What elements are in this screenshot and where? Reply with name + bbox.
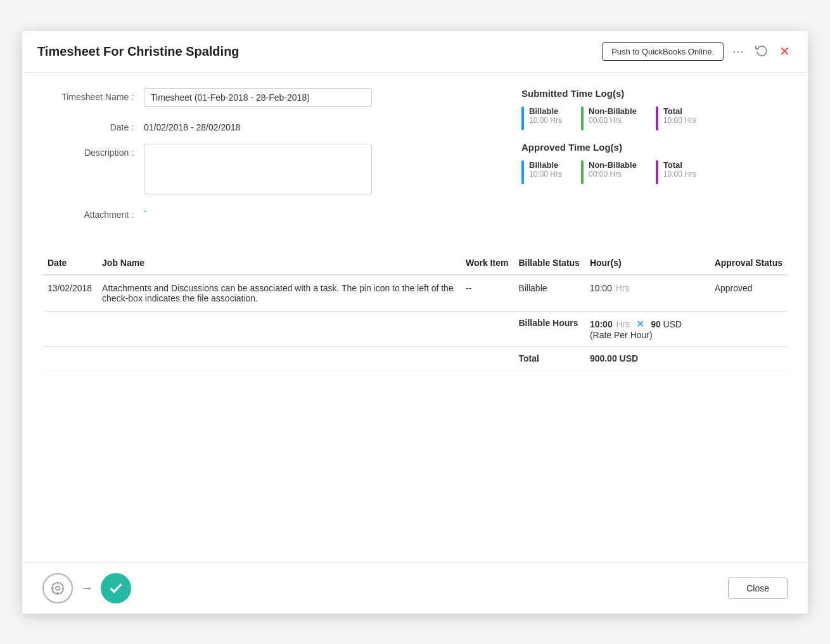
- approved-billable-bar: [521, 160, 524, 184]
- hours-unit: Hrs: [616, 283, 630, 293]
- non-billable-bar: [581, 106, 584, 130]
- submitted-non-billable-value: 00:00 Hrs: [589, 116, 637, 125]
- approved-billable-info: Billable 10:00 Hrs: [529, 160, 562, 179]
- approved-non-billable-bar: [581, 160, 584, 184]
- table-row: 13/02/2018 Attachments and Discussions c…: [42, 275, 788, 312]
- submitted-total-value: 10:00 Hrs: [663, 116, 696, 125]
- billable-hours-summary-label: Billable Hours: [518, 318, 578, 328]
- col-approval-status: Approval Status: [710, 251, 788, 275]
- total-summary-value: 900.00 USD: [590, 353, 638, 363]
- total-bar: [656, 106, 658, 130]
- approved-title: Approved Time Log(s): [521, 142, 788, 153]
- table-section: Date Job Name Work Item Billable Status …: [42, 251, 788, 370]
- submitted-billable-info: Billable 10:00 Hrs: [529, 106, 562, 125]
- more-options-button[interactable]: ⋯: [730, 42, 746, 61]
- summary-empty: [42, 311, 513, 346]
- col-work-item: Work Item: [461, 251, 513, 275]
- attachment-label: Attachment :: [42, 206, 144, 220]
- submitted-billable: Billable 10:00 Hrs: [521, 106, 562, 130]
- row-date: 13/02/2018: [42, 275, 97, 312]
- submitted-log-row: Billable 10:00 Hrs Non-Billable 00:00 Hr…: [521, 106, 788, 130]
- row-work-item: --: [461, 275, 513, 312]
- submitted-non-billable: Non-Billable 00:00 Hrs: [581, 106, 637, 130]
- billable-hours-label: Billable Hours: [513, 311, 584, 346]
- close-header-button[interactable]: ✕: [777, 41, 793, 61]
- timesheet-name-row: Timesheet Name :: [42, 88, 496, 107]
- approved-total-value: 10:00 Hrs: [663, 170, 696, 179]
- submitted-billable-label: Billable: [529, 106, 562, 116]
- total-empty: [42, 346, 513, 370]
- submitted-total-label: Total: [663, 106, 696, 116]
- time-logs-section: Submitted Time Log(s) Billable 10:00 Hrs: [521, 88, 788, 231]
- submitted-time-logs: Submitted Time Log(s) Billable 10:00 Hrs: [521, 88, 788, 130]
- date-row: Date : 01/02/2018 - 28/02/2018: [42, 118, 496, 132]
- form-section: Timesheet Name : Date : 01/02/2018 - 28/…: [42, 88, 496, 231]
- approved-total-bar: [656, 160, 658, 184]
- billable-hours-summary-value: 10:00: [590, 319, 613, 329]
- modal-title: Timesheet For Christine Spalding: [37, 44, 239, 59]
- total-value-cell: 900.00 USD: [585, 346, 710, 370]
- timesheet-modal: Timesheet For Christine Spalding Push to…: [22, 31, 808, 614]
- timesheet-table: Date Job Name Work Item Billable Status …: [42, 251, 788, 370]
- description-label: Description :: [42, 144, 144, 158]
- approved-total-label: Total: [663, 160, 696, 170]
- submitted-total: Total 10:00 Hrs: [656, 106, 696, 130]
- history-button[interactable]: [753, 41, 770, 62]
- row-hours: 10:00 Hrs: [585, 275, 710, 312]
- timesheet-name-label: Timesheet Name :: [42, 88, 144, 102]
- approved-billable: Billable 10:00 Hrs: [521, 160, 562, 184]
- close-button[interactable]: Close: [728, 578, 788, 599]
- table-header-row: Date Job Name Work Item Billable Status …: [42, 251, 788, 275]
- rate-value: 90: [651, 319, 661, 329]
- status-pending-icon[interactable]: [42, 573, 73, 603]
- footer-left: →: [42, 573, 131, 603]
- header-actions: Push to QuickBooks Online. ⋯ ✕: [602, 41, 793, 62]
- col-billable-status: Billable Status: [513, 251, 584, 275]
- date-value: 01/02/2018 - 28/02/2018: [144, 118, 241, 132]
- svg-point-1: [56, 586, 60, 590]
- approved-billable-value: 10:00 Hrs: [529, 170, 562, 179]
- row-job-name: Attachments and Discussions can be assoc…: [97, 275, 461, 312]
- total-label-cell: Total: [513, 346, 584, 370]
- billable-bar: [521, 106, 524, 130]
- top-section: Timesheet Name : Date : 01/02/2018 - 28/…: [42, 88, 788, 231]
- arrow-right-icon: →: [80, 581, 93, 595]
- approved-total-info: Total 10:00 Hrs: [663, 160, 696, 179]
- total-summary-row: Total 900.00 USD: [42, 346, 788, 370]
- description-input[interactable]: [144, 144, 372, 194]
- timesheet-name-input[interactable]: [144, 88, 372, 107]
- approved-non-billable: Non-Billable 00:00 Hrs: [581, 160, 637, 184]
- submitted-non-billable-label: Non-Billable: [589, 106, 637, 116]
- col-hours: Hour(s): [585, 251, 710, 275]
- row-billable-status: Billable: [513, 275, 584, 312]
- modal-header: Timesheet For Christine Spalding Push to…: [22, 31, 808, 73]
- approved-non-billable-info: Non-Billable 00:00 Hrs: [589, 160, 637, 179]
- approved-log-row: Billable 10:00 Hrs Non-Billable 00:00 Hr…: [521, 160, 788, 184]
- col-date: Date: [42, 251, 97, 275]
- total-summary-label: Total: [518, 353, 539, 363]
- submitted-billable-value: 10:00 Hrs: [529, 116, 562, 125]
- col-job-name: Job Name: [97, 251, 461, 275]
- approved-non-billable-value: 00:00 Hrs: [589, 170, 637, 179]
- approved-total: Total 10:00 Hrs: [656, 160, 696, 184]
- attachment-link[interactable]: -: [144, 206, 147, 216]
- modal-body: Timesheet Name : Date : 01/02/2018 - 28/…: [22, 73, 808, 562]
- modal-footer: → Close: [22, 562, 808, 614]
- approved-non-billable-label: Non-Billable: [589, 160, 637, 170]
- billable-hrs-unit: Hrs: [616, 319, 630, 329]
- status-approved-icon[interactable]: [101, 573, 131, 603]
- description-row: Description :: [42, 144, 496, 194]
- submitted-non-billable-info: Non-Billable 00:00 Hrs: [589, 106, 637, 125]
- billable-hours-value: 10:00 Hrs ✕ 90 USD (Rate Per Hour): [585, 311, 710, 346]
- submitted-total-info: Total 10:00 Hrs: [663, 106, 696, 125]
- approved-time-logs: Approved Time Log(s) Billable 10:00 Hrs: [521, 142, 788, 184]
- quickbooks-button[interactable]: Push to QuickBooks Online.: [602, 42, 724, 61]
- attachment-row: Attachment : -: [42, 206, 496, 220]
- row-approval-status: Approved: [710, 275, 788, 312]
- approved-billable-label: Billable: [529, 160, 562, 170]
- date-label: Date :: [42, 118, 144, 132]
- multiply-icon: ✕: [636, 319, 644, 329]
- billable-approval-empty: [710, 311, 788, 346]
- submitted-title: Submitted Time Log(s): [521, 88, 788, 99]
- billable-hours-summary-row: Billable Hours 10:00 Hrs ✕ 90 USD (Rate …: [42, 311, 788, 346]
